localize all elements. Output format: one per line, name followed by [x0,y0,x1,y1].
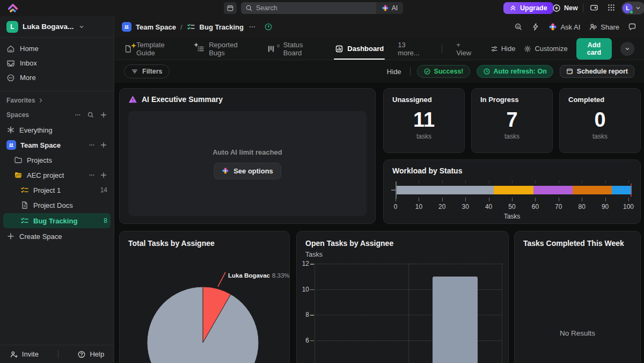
card-ai-executive-summary[interactable]: AI Executive Summary Auto AI limit reach… [119,88,376,224]
sidebar-item-home[interactable]: Home [0,41,114,56]
ai-limit-message: Auto AI limit reached [213,148,282,156]
invite-label: Invite [22,350,39,358]
stat-value: 0 [560,108,640,132]
team-space-avatar [122,22,131,32]
clickup-logo-icon[interactable] [7,2,19,14]
favorites-section[interactable]: Favorites [0,93,114,107]
card-stat-in-progress[interactable]: In Progress 7 tasks [471,88,553,153]
workspace-switcher[interactable]: L Luka Bogava... [0,16,114,38]
sidebar-item-project-1[interactable]: Project 1 14 [0,183,114,198]
x-tick-label: 70 [555,203,562,210]
sidebar-item-inbox[interactable]: Inbox [0,56,114,70]
upgrade-button[interactable]: Upgrade [503,2,553,14]
comments-button[interactable] [628,23,636,31]
ask-ai-button[interactable]: Ask AI [548,23,580,31]
breadcrumb-space[interactable]: Team Space [136,23,176,31]
stat-label: Unassigned [384,89,464,104]
x-tick-label: 30 [462,203,469,210]
tab-more-views[interactable]: 13 more... [398,38,428,60]
dashboard-icon [335,45,343,53]
customize-button[interactable]: Customize [524,45,567,53]
ai-lens-button[interactable] [514,23,523,31]
tab-status-board[interactable]: 0 Status Board [267,38,321,60]
card-stat-completed[interactable]: Completed 0 tasks [559,88,641,153]
sidebar-item-projects[interactable]: Projects [0,153,114,168]
workload-segment-orange[interactable] [573,186,612,194]
hide-toolbar-button[interactable]: Hide [387,68,401,76]
breadcrumb-page[interactable]: Bug Tracking [200,23,244,31]
sidebar-item-label: More [20,74,36,82]
card-title: Tasks Completed This Week [515,231,640,248]
auto-refresh-toggle[interactable]: Auto refresh: On [477,65,553,78]
see-options-button[interactable]: See options [214,163,281,179]
tree-item-label: Everything [19,126,52,134]
add-view-label: + View [456,41,476,57]
sidebar-item-more[interactable]: More [0,70,114,85]
x-tick-label: 100 [623,203,634,210]
sidebar-item-bug-tracking[interactable]: Bug Tracking 8 [3,213,111,228]
auto-refresh-label: Auto refresh: On [494,68,547,75]
search-bar[interactable]: AI [241,2,403,14]
workload-segment-blue[interactable] [612,186,632,194]
bar-open-tasks[interactable] [433,277,478,363]
sidebar-item-aec-project[interactable]: AEC project [0,168,114,183]
automations-bolt-button[interactable] [531,23,540,31]
spaces-more-button[interactable] [74,111,82,119]
tab-label: Reported Bugs [209,41,253,57]
card-stat-unassigned[interactable]: Unassigned 11 tasks [383,88,465,153]
y-tick [310,264,314,265]
sidebar-item-everything[interactable]: Everything [0,122,114,137]
clip-record-button[interactable] [590,3,598,12]
dashboard-canvas: AI Executive Summary Auto AI limit reach… [114,83,644,363]
check-circle-icon [423,68,431,75]
x-tick-label: 90 [602,203,609,210]
sidebar-item-team-space[interactable]: Team Space [0,137,114,153]
collapse-header-button[interactable] [620,42,634,56]
ellipsis-icon[interactable] [88,171,96,179]
spaces-section-header: Spaces [0,107,114,122]
card-workload-by-status[interactable]: Workload by Status 010203040506070809010… [383,159,641,224]
plus-icon[interactable] [100,141,107,149]
card-open-tasks-by-assignee[interactable]: Open Tasks by Assignee Tasks 121086 [296,231,509,363]
workload-segment-purple[interactable] [533,186,573,194]
card-total-tasks-by-assignee[interactable]: Total Tasks by Assignee Luka Bogavac8.33… [119,231,290,363]
invite-button[interactable]: Invite [10,350,39,359]
stat-label: In Progress [472,89,552,104]
new-button[interactable]: New [552,2,578,14]
workload-segment-yellow[interactable] [494,186,533,194]
search-input[interactable] [256,4,376,12]
create-space-button[interactable]: Create Space [0,229,114,244]
customize-label: Customize [535,45,567,53]
sidebar-item-project-docs[interactable]: Project Docs [0,198,114,213]
search-ai-chip[interactable]: AI [376,2,403,14]
help-button[interactable]: Help [77,350,104,359]
folder-icon [14,156,23,164]
card-tasks-completed-this-week[interactable]: Tasks Completed This Week No Results [514,231,641,363]
apps-grid-button[interactable] [607,3,616,12]
stat-value: 7 [472,108,552,132]
breadcrumb-more-button[interactable] [248,23,257,31]
plus-icon[interactable] [100,171,107,179]
pie-callout-line [218,272,225,287]
share-label: Share [601,23,619,31]
live-leaf-icon[interactable] [264,23,273,31]
schedule-report-button[interactable]: Schedule report [560,65,634,78]
ellipsis-icon[interactable] [88,141,96,149]
share-button[interactable]: Share [589,23,619,31]
ai-flower-icon [382,4,389,12]
pie-chart[interactable] [120,231,290,363]
add-card-button[interactable]: Add card [576,38,612,60]
tab-dashboard[interactable]: Dashboard [335,38,384,60]
user-avatar-menu[interactable]: L [621,2,644,14]
tab-template-guide[interactable]: Template Guide [124,38,182,60]
spaces-add-button[interactable] [100,111,107,119]
tab-reported-bugs[interactable]: Reported Bugs [196,38,253,60]
hide-button[interactable]: Hide [491,45,516,53]
calendar-button[interactable] [224,2,237,14]
gridline-v [408,264,409,363]
spaces-search-button[interactable] [87,111,94,119]
favorites-label: Favorites [6,97,35,104]
add-view-button[interactable]: + View [456,38,476,60]
filters-button[interactable]: Filters [124,64,170,78]
workload-segment-gray[interactable] [396,186,494,194]
